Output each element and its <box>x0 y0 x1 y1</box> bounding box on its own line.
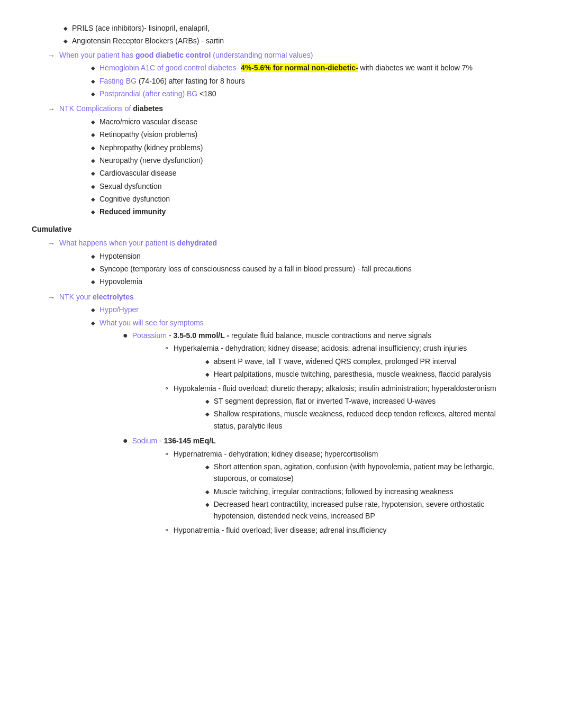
diamond-icon: ◆ <box>91 183 95 191</box>
open-circle-icon: ⚬ <box>164 343 169 353</box>
arrow-icon: → <box>48 50 55 61</box>
list-item: ◆ Hypo/Hyper <box>91 304 508 315</box>
diamond-icon: ◆ <box>91 131 95 139</box>
potassium-item: ● Potassium - 3.5-5.0 mmol/L - regulate … <box>123 330 508 434</box>
diamond-icon: ◆ <box>91 278 95 286</box>
list-item: ◆ Short attention span, agitation, confu… <box>205 461 508 485</box>
list-item: ◆ Cardiovascular disease <box>91 167 203 179</box>
diamond-icon: ◆ <box>91 77 95 86</box>
list-item: ◆ Shallow respirations, muscle weakness,… <box>205 408 508 432</box>
diamond-icon: ◆ <box>205 463 210 471</box>
list-item: ◆ Decreased heart contractility, increas… <box>205 498 508 522</box>
list-item: ◆ Muscle twitching, irregular contractio… <box>205 486 508 497</box>
diamond-icon: ◆ <box>91 306 95 314</box>
open-circle-icon: ⚬ <box>164 525 169 535</box>
sodium-item: ● Sodium - 136-145 mEq/L ⚬ <box>123 435 508 537</box>
list-item: ◆ Postprandial (after eating) BG <180 <box>91 88 473 99</box>
list-item: ◆ Heart palpitations, muscle twitching, … <box>205 368 491 380</box>
ntk-complications-section: → NTK Complications of diabetes ◆ Macro/… <box>32 103 508 219</box>
diamond-icon: ◆ <box>91 64 95 72</box>
list-item: ◆ Macro/micro vascular disease <box>91 116 203 128</box>
hypokalemia-item: ⚬ Hypokalemia - fluid overload; diuretic… <box>164 383 508 433</box>
open-circle-icon: ⚬ <box>164 384 169 394</box>
list-item: ◆ Hypovolemia <box>91 276 412 287</box>
diamond-icon: ◆ <box>91 319 95 327</box>
diamond-icon: ◆ <box>64 37 68 46</box>
diamond-icon: ◆ <box>91 252 95 261</box>
list-item: ◆ ST segment depression, flat or inverte… <box>205 395 508 407</box>
diamond-icon: ◆ <box>91 144 95 152</box>
diamond-icon: ◆ <box>205 358 210 366</box>
list-item: ◆ What you will see for symptoms <box>91 317 508 329</box>
diamond-icon: ◆ <box>91 90 95 98</box>
diamond-icon: ◆ <box>64 24 68 33</box>
diamond-icon: ◆ <box>91 118 95 126</box>
list-item: ◆ Fasting BG (74-106) after fasting for … <box>91 75 473 87</box>
bullet-icon: ● <box>123 329 128 342</box>
diamond-icon: ◆ <box>205 501 210 509</box>
arrow-icon: → <box>48 292 55 303</box>
list-item: ◆ Neuropathy (nerve dysfunction) <box>91 154 203 166</box>
arrow-icon: → <box>48 103 55 115</box>
hypernatremia-item: ⚬ Hypernatremia - dehydration; kidney di… <box>164 448 508 523</box>
diamond-icon: ◆ <box>91 157 95 165</box>
diamond-icon: ◆ <box>91 208 95 216</box>
list-item: ◆ Nephropathy (kidney problems) <box>91 142 203 153</box>
dehydrated-section: → What happens when your patient is dehy… <box>32 237 508 289</box>
top-bullet-list: ◆ PRILS (ace inhibitors)- lisinopril, en… <box>64 22 508 47</box>
hyperkalemia-item: ⚬ Hyperkalemia - dehydration; kidney dis… <box>164 342 508 381</box>
electrolytes-section: → NTK your electrolytes ◆ Hypo/Hyper ◆ W… <box>32 291 508 538</box>
list-item: ◆ absent P wave, tall T wave, widened QR… <box>205 356 491 367</box>
main-content: ◆ PRILS (ace inhibitors)- lisinopril, en… <box>32 22 508 538</box>
top-bullets-section: ◆ PRILS (ace inhibitors)- lisinopril, en… <box>32 22 508 47</box>
good-diabetic-section: → When your patient has good diabetic co… <box>32 49 508 101</box>
hyponatremia-item: ⚬ Hyponatremia - fluid overload; liver d… <box>164 524 508 536</box>
diamond-icon: ◆ <box>91 195 95 204</box>
list-item: ◆ PRILS (ace inhibitors)- lisinopril, en… <box>64 22 508 34</box>
cumulative-heading: Cumulative <box>32 223 508 235</box>
list-item: ◆ Angiotensin Receptor Blockers (ARBs) -… <box>64 35 508 47</box>
diamond-icon: ◆ <box>205 410 210 418</box>
list-item: ◆ Syncope (temporary loss of consciousne… <box>91 263 412 275</box>
diamond-icon: ◆ <box>205 370 210 379</box>
open-circle-icon: ⚬ <box>164 449 169 459</box>
diamond-icon: ◆ <box>91 265 95 274</box>
list-item: ◆ Hemoglobin A1C of good control diabete… <box>91 62 473 74</box>
list-item: ◆ Retinopathy (vision problems) <box>91 129 203 140</box>
list-item: ◆ Sexual dysfunction <box>91 180 203 192</box>
bullet-icon: ● <box>123 434 128 448</box>
diamond-icon: ◆ <box>205 397 210 406</box>
diamond-icon: ◆ <box>91 169 95 178</box>
diamond-icon: ◆ <box>205 488 210 496</box>
list-item: ◆ Cognitive dysfunction <box>91 193 203 205</box>
list-item: ◆ Reduced immunity <box>91 206 203 217</box>
list-item: ◆ Hypotension <box>91 250 412 262</box>
arrow-icon: → <box>48 238 55 249</box>
